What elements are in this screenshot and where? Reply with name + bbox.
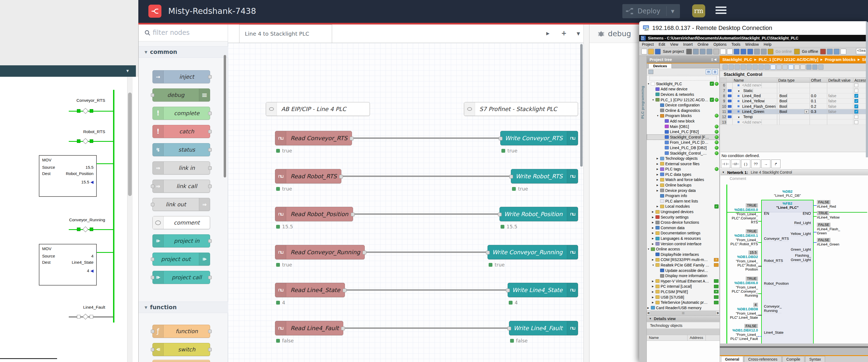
tree-item[interactable]: Device proxy data (647, 188, 719, 193)
fb-call-box[interactable]: %FB2 "Line4_PLC" EN ENO Conveyor_RTSRobo… (761, 200, 814, 343)
palette-node[interactable]: inject (152, 70, 210, 83)
tree-item[interactable]: PLC alarm text lists (647, 198, 719, 204)
tree-item[interactable]: Add new device (647, 87, 719, 92)
twisty-icon[interactable] (657, 168, 660, 170)
tree-item[interactable]: Realtek PCIe GBE Family Con... (647, 262, 719, 268)
tree-item[interactable]: Online access (647, 246, 719, 252)
collapsed-panel-bar[interactable]: ▾ (0, 65, 136, 77)
lad-tool-button[interactable]: → (761, 160, 770, 168)
palette-node[interactable]: switch (152, 343, 210, 356)
palette-node[interactable]: function (152, 325, 210, 338)
add-flow-button[interactable]: + (561, 29, 567, 37)
deploy-caret-icon[interactable]: ▼ (671, 9, 674, 14)
output-operand[interactable]: TRUE #Line4_Yellow (817, 211, 863, 219)
toolbar-icon[interactable] (655, 49, 661, 54)
menu-item[interactable]: Edit (659, 42, 665, 47)
chevron-down-icon[interactable]: ▾ (126, 68, 129, 74)
plc-programming-tab[interactable]: PLC programming (641, 86, 645, 119)
devices-tab[interactable]: Devices (648, 63, 672, 68)
toolbar-icon[interactable] (841, 49, 846, 54)
palette-node[interactable]: debug (152, 88, 210, 102)
twisty-icon[interactable] (652, 99, 655, 101)
editor-toolbar-icon[interactable] (800, 64, 806, 70)
output-operand[interactable]: FALSE #Line4_Red (817, 200, 863, 208)
read-node[interactable]: ⊓⊔ Read Robot_RTS (275, 169, 341, 184)
avatar[interactable]: rm (692, 4, 705, 18)
toolbar-icon[interactable] (834, 49, 839, 54)
tree-item[interactable]: Hyper-V Virtual Ethernet Adapter (647, 278, 719, 284)
twisty-icon[interactable] (652, 290, 655, 293)
twisty-icon[interactable] (647, 248, 651, 250)
tree-item[interactable]: Local modules (647, 204, 719, 209)
tab-scroll-button[interactable]: ▸ (546, 29, 550, 37)
tree-item[interactable]: PLCSIM [PN/IE] (647, 289, 719, 295)
twisty-icon[interactable] (652, 216, 655, 219)
twisty-icon[interactable] (657, 163, 660, 165)
tree-item[interactable]: Stacklight_Control [FB1] (647, 135, 719, 140)
toolbar-icon[interactable] (727, 49, 733, 54)
go-online-icon[interactable] (768, 49, 773, 54)
twisty-icon[interactable] (652, 301, 655, 304)
twisty-icon[interactable] (657, 205, 660, 208)
tree-item[interactable]: Online backups (647, 183, 719, 188)
deploy-button[interactable]: Deploy ▼ (622, 4, 680, 18)
palette-node[interactable]: project in (152, 234, 210, 247)
tree-item[interactable]: Online & diagnostics (647, 108, 719, 113)
tree-item[interactable]: Device configuration (647, 102, 719, 108)
tree-item[interactable]: Version control interface (647, 241, 719, 247)
toolbar-icon[interactable] (741, 49, 746, 54)
menu-item[interactable]: Options (713, 42, 726, 47)
editor-toolbar-icon[interactable] (765, 64, 770, 70)
editor-toolbar-icon[interactable] (794, 64, 800, 70)
toolbar-icon[interactable] (700, 49, 706, 54)
table-row[interactable]: 12 Temp ≡ (720, 114, 868, 119)
editor-toolbar-icon[interactable] (788, 64, 794, 70)
input-operand[interactable]: 15.5 %DB1.DBD2 "From_Line4_ PLC".Robot_ … (720, 250, 758, 271)
input-operand[interactable]: TRUE %DB1.DBX6.0 "From_Line4_ PLC".Conve… (720, 276, 758, 298)
palette-node[interactable]: link out (152, 198, 210, 211)
palette-node[interactable]: comment (152, 216, 210, 229)
sidebar-divider[interactable] (584, 25, 589, 362)
toolbar-icon[interactable] (648, 49, 654, 54)
tree-item[interactable]: Ungrouped devices (647, 209, 719, 215)
tree-hscrollbar[interactable]: ◀||||▶ (647, 310, 720, 315)
table-row[interactable]: 13 <Add new> ≡ (720, 119, 868, 124)
wire[interactable] (352, 214, 501, 215)
toolbar-icon[interactable] (693, 49, 699, 54)
inspector-tab[interactable]: Syntax (805, 356, 825, 362)
toolbar-icon[interactable] (827, 49, 833, 54)
wire[interactable] (351, 137, 501, 139)
twisty-icon[interactable] (652, 258, 655, 261)
palette-node[interactable]: link in (152, 161, 210, 174)
tree-item[interactable]: PLC tags (647, 167, 719, 172)
menu-item[interactable]: Insert (683, 42, 693, 47)
tree-item[interactable]: PC internal [Local] (647, 284, 719, 289)
menu-item[interactable]: Online (698, 42, 709, 47)
breadcrumb-item[interactable]: PLC_1 [CPU 1212C AC/DC/Rly] (759, 57, 818, 62)
palette-node[interactable]: project call (152, 271, 210, 284)
tree-item[interactable]: Main [OB1] (647, 124, 719, 129)
breadcrumb-item[interactable]: Program blocks (825, 57, 856, 62)
editor-toolbar-icon[interactable] (735, 64, 740, 70)
scrollbar-thumb[interactable] (128, 92, 132, 196)
tree-item[interactable]: PLC_1 [CPU 1212C AC/DC/Rly] (647, 97, 719, 103)
twisty-icon[interactable] (652, 211, 655, 213)
editor-toolbar-icon[interactable] (776, 64, 782, 70)
details-view-icon[interactable]: ▤ (706, 69, 711, 74)
tia-titlebar[interactable]: TIA V17 Siemens - C:\Users\richard\Docum… (639, 35, 868, 41)
lad-tool-button[interactable]: ⊣/⊢ (731, 160, 740, 168)
editor-toolbar-icon[interactable] (818, 64, 824, 70)
canvas-scrollbar[interactable] (580, 44, 583, 167)
toolbar-icon[interactable] (820, 49, 826, 54)
menu-item[interactable]: Help (764, 42, 772, 47)
palette-node[interactable]: status (152, 143, 210, 156)
editor-toolbar-icon[interactable] (806, 64, 811, 70)
toolbar-icon[interactable] (707, 49, 712, 54)
toolbar-icon[interactable] (754, 49, 760, 54)
tree-item[interactable]: Security settings (647, 215, 719, 220)
diagram-view-icon[interactable]: ▥ (712, 69, 718, 74)
tree-item[interactable]: Card Reader/USB memory (647, 305, 719, 310)
toolbar-icon[interactable] (761, 49, 767, 54)
write-node[interactable]: ⊓⊔ Write Line4_Fault (509, 321, 578, 335)
toolbar-icon[interactable] (713, 49, 719, 54)
